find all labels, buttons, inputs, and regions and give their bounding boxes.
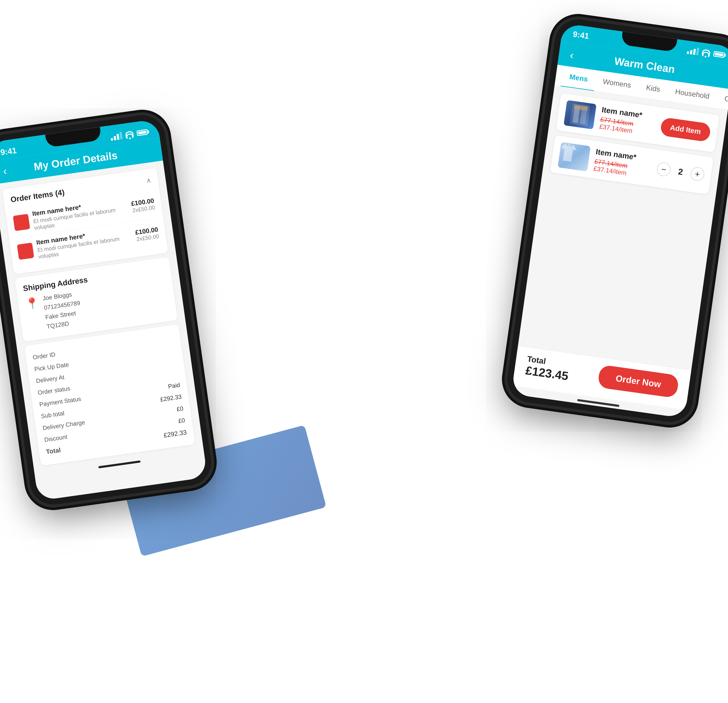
sub-total-value: £292.33: [160, 393, 182, 403]
discount-value: £0: [178, 417, 185, 425]
right-wifi-icon: [702, 49, 711, 56]
left-signal-icon: [110, 132, 123, 141]
phone-left: 9:41 ‹ My Order Details Order Items (4): [0, 112, 214, 508]
svg-rect-1: [580, 107, 588, 124]
sub-total-label: Sub total: [40, 410, 65, 420]
delivery-at-label: Delivery At: [36, 374, 65, 385]
order-items-title: Order Items (4): [10, 188, 65, 204]
order-item-thumb-2: [17, 243, 34, 260]
svg-rect-0: [572, 105, 580, 123]
total-value-detail: £292.33: [163, 429, 187, 439]
discount-label: Discount: [44, 434, 68, 444]
left-status-time: 9:41: [0, 146, 17, 157]
total-label-detail: Total: [45, 447, 61, 455]
shipping-info: Joe Bloggs 07123456789 Fake Street TQ128…: [42, 289, 84, 331]
tab-mens[interactable]: Mens: [560, 66, 597, 91]
qty-value-2: 2: [676, 166, 686, 177]
item-thumb-1: [563, 100, 597, 129]
right-screen-content: 9:41 ‹ Warm Clean Mens: [511, 23, 728, 418]
right-home-indicator: [577, 399, 620, 407]
qty-control-2: − 2 +: [656, 162, 705, 182]
pickup-date-value: [175, 346, 175, 353]
tab-kids[interactable]: Kids: [637, 76, 669, 101]
jeans-image: [563, 100, 597, 129]
chevron-up-icon[interactable]: ∧: [146, 176, 152, 185]
left-screen-content: 9:41 ‹ My Order Details Order Items (4): [0, 119, 208, 501]
items-list: Item name* £77.14/item £37.14/item Add I…: [518, 86, 728, 370]
phone-right: 9:41 ‹ Warm Clean Mens: [504, 17, 728, 425]
left-back-button[interactable]: ‹: [2, 164, 8, 177]
order-status-label: Order status: [37, 385, 71, 396]
left-notch: [45, 127, 102, 148]
total-section: Total £123.45: [525, 354, 571, 383]
left-home-indicator: [98, 460, 141, 468]
order-item-thumb-1: [13, 214, 30, 231]
right-signal-icon: [686, 46, 699, 55]
order-item-price-2: £100.00 2x£50.00: [135, 226, 159, 242]
order-item-price-1: £100.00 2x£50.00: [131, 197, 155, 214]
phone-left-screen: 9:41 ‹ My Order Details Order Items (4): [0, 119, 208, 501]
right-battery-icon: [713, 51, 725, 58]
item-info-1: Item name* £77.14/item £37.14/item: [599, 105, 657, 138]
payment-status-value: Paid: [168, 382, 181, 390]
svg-rect-3: [568, 144, 571, 147]
order-details-section: Order ID Pick Up Date Delivery At Order …: [24, 324, 195, 466]
right-status-icons: [686, 46, 725, 59]
item-thumb-2: [558, 142, 591, 171]
item-info-2: Item name* £77.14/item £37.14/item: [593, 147, 653, 180]
location-icon: 📍: [25, 296, 40, 311]
order-now-button[interactable]: Order Now: [597, 364, 679, 398]
left-wifi-icon: [125, 131, 134, 138]
right-back-button[interactable]: ‹: [569, 48, 575, 62]
right-status-time: 9:41: [572, 29, 589, 41]
left-status-icons: [110, 128, 148, 141]
right-notch: [621, 32, 677, 52]
qty-increase-button-2[interactable]: +: [690, 166, 705, 182]
add-item-button-1[interactable]: Add Item: [660, 117, 711, 142]
order-status-value: [178, 370, 179, 376]
delivery-charge-value: £0: [176, 405, 184, 413]
order-items-section: Order Items (4) ∧ Item name here* Et mod…: [2, 168, 168, 274]
qty-decrease-button-2[interactable]: −: [656, 162, 671, 177]
phone-right-screen: 9:41 ‹ Warm Clean Mens: [511, 23, 728, 418]
delivery-at-value: [176, 358, 177, 365]
order-id-label: Order ID: [32, 351, 56, 361]
shirt-image: [558, 142, 591, 171]
order-id-value: [173, 334, 174, 341]
left-battery-icon: [136, 129, 148, 136]
svg-rect-2: [574, 105, 588, 111]
